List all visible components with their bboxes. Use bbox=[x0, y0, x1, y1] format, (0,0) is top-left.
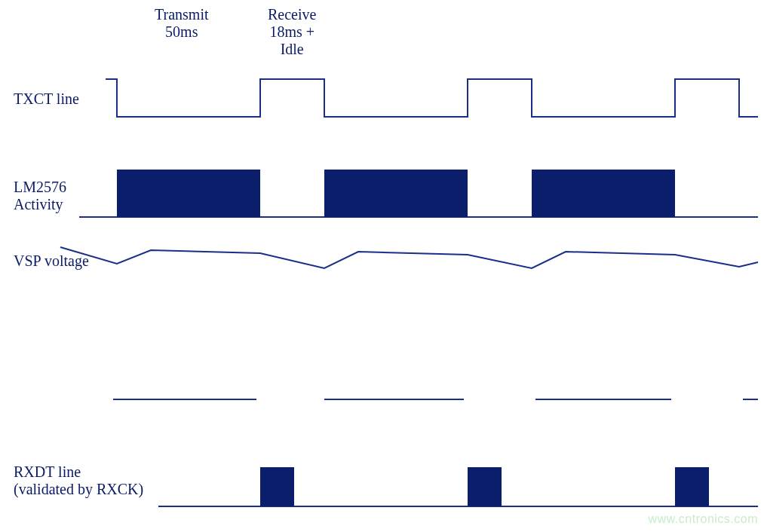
rxdt-waveform bbox=[158, 467, 758, 506]
lm-block-1 bbox=[117, 170, 260, 217]
rxdt-pulse-2 bbox=[468, 467, 502, 506]
rxdt-pulse-1 bbox=[260, 467, 294, 506]
timing-diagram-svg bbox=[0, 0, 764, 532]
lm-block-3 bbox=[532, 170, 675, 217]
lm2576-waveform bbox=[79, 170, 758, 217]
rxdt-pulse-3 bbox=[675, 467, 709, 506]
txct-waveform bbox=[106, 79, 758, 117]
vsp-waveform bbox=[60, 247, 758, 268]
lm-block-2 bbox=[324, 170, 468, 217]
